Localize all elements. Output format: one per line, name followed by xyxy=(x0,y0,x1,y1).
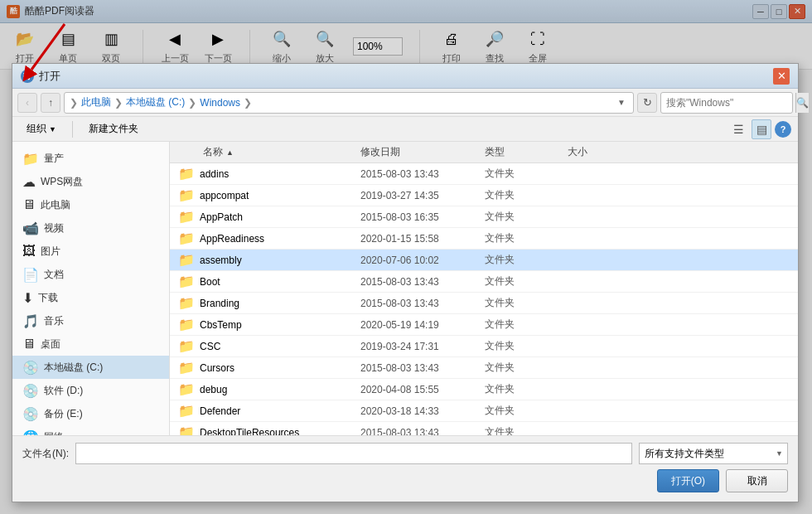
bc-c-drive[interactable]: 本地磁盘 (C:) xyxy=(126,95,185,109)
sidebar-icon-7: 🎵 xyxy=(22,313,39,329)
up-button[interactable]: ↑ xyxy=(41,93,60,113)
filename-input[interactable] xyxy=(75,443,632,464)
header-size[interactable]: 大小 xyxy=(568,145,634,159)
file-type-8: 文件夹 xyxy=(485,339,568,353)
folder-icon-6: 📁 xyxy=(178,295,195,311)
folder-icon-10: 📁 xyxy=(178,381,195,397)
file-open-dialog: 打 打开 ✕ ‹ ↑ ❯ 此电脑 ❯ 本地磁盘 (C:) ❯ Windows ❯… xyxy=(12,63,799,502)
search-box: 🔍 xyxy=(660,92,793,114)
sidebar-label-3: 视频 xyxy=(44,221,159,235)
sort-arrow: ▲ xyxy=(226,148,234,157)
sidebar-label-1: WPS网盘 xyxy=(41,175,159,189)
sidebar-item-10[interactable]: 💿软件 (D:) xyxy=(12,379,169,402)
sidebar-icon-4: 🖼 xyxy=(22,244,36,259)
bc-this-pc[interactable]: 此电脑 xyxy=(81,95,111,109)
sidebar-label-7: 音乐 xyxy=(44,314,159,328)
sidebar: 📁量产☁WPS网盘🖥此电脑📹视频🖼图片📄文档⬇下载🎵音乐🖥桌面💿本地磁盘 (C:… xyxy=(12,142,170,435)
toolbar-sep xyxy=(72,121,73,138)
dialog-title-bar: 打 打开 ✕ xyxy=(12,64,798,89)
folder-icon-5: 📁 xyxy=(178,274,195,289)
folder-icon-0: 📁 xyxy=(178,166,195,182)
file-type-9: 文件夹 xyxy=(485,361,568,375)
back-button[interactable]: ‹ xyxy=(17,93,37,113)
view-details-button[interactable]: ▤ xyxy=(752,119,771,139)
table-row[interactable]: 📁 Cursors 2015-08-03 13:43 文件夹 xyxy=(170,357,798,379)
file-rows-container: 📁 addins 2015-08-03 13:43 文件夹 📁 appcompa… xyxy=(170,163,798,435)
file-name-10: 📁 debug xyxy=(170,381,360,397)
filetype-dropdown-wrap: 所有支持文件类型 xyxy=(639,443,788,464)
sidebar-item-12[interactable]: 🌐网络 xyxy=(12,425,169,435)
bc-windows[interactable]: Windows xyxy=(200,97,240,109)
file-type-3: 文件夹 xyxy=(485,231,568,245)
bc-sep-3: ❯ xyxy=(244,97,252,109)
table-row[interactable]: 📁 Branding 2015-08-03 13:43 文件夹 xyxy=(170,293,798,314)
table-row[interactable]: 📁 DesktopTileResources 2015-08-03 13:43 … xyxy=(170,422,798,435)
table-row[interactable]: 📁 AppPatch 2015-08-03 16:35 文件夹 xyxy=(170,206,798,228)
sidebar-item-2[interactable]: 🖥此电脑 xyxy=(12,193,169,216)
table-row[interactable]: 📁 CbsTemp 2020-05-19 14:19 文件夹 xyxy=(170,314,798,336)
open-button[interactable]: 打开(O) xyxy=(657,469,719,492)
header-name[interactable]: 名称 ▲ xyxy=(170,145,360,159)
header-type[interactable]: 类型 xyxy=(485,145,568,159)
header-date[interactable]: 修改日期 xyxy=(360,145,485,159)
file-date-0: 2015-08-03 13:43 xyxy=(360,168,485,180)
table-row[interactable]: 📁 Boot 2015-08-03 13:43 文件夹 xyxy=(170,271,798,293)
table-row[interactable]: 📁 addins 2015-08-03 13:43 文件夹 xyxy=(170,163,798,185)
file-name-11: 📁 Defender xyxy=(170,403,360,419)
sidebar-label-10: 软件 (D:) xyxy=(44,384,159,398)
sidebar-icon-0: 📁 xyxy=(22,151,39,167)
dialog-toolbar: 组织 ▼ 新建文件夹 ☰ ▤ ? xyxy=(12,117,798,142)
folder-icon-1: 📁 xyxy=(178,187,195,203)
table-row[interactable]: 📁 CSC 2019-03-24 17:31 文件夹 xyxy=(170,336,798,357)
sidebar-item-5[interactable]: 📄文档 xyxy=(12,263,169,286)
file-name-4: 📁 assembly xyxy=(170,252,360,268)
sidebar-item-6[interactable]: ⬇下载 xyxy=(12,286,169,309)
sidebar-icon-12: 🌐 xyxy=(22,429,39,436)
dialog-title-text: 打开 xyxy=(39,69,773,84)
sidebar-label-0: 量产 xyxy=(44,152,159,166)
sidebar-item-0[interactable]: 📁量产 xyxy=(12,147,169,170)
search-input[interactable] xyxy=(661,97,795,109)
sidebar-icon-10: 💿 xyxy=(22,383,39,399)
view-controls: ☰ ▤ ? xyxy=(728,119,791,139)
dialog-close-button[interactable]: ✕ xyxy=(773,68,790,85)
file-date-7: 2020-05-19 14:19 xyxy=(360,319,485,331)
file-type-10: 文件夹 xyxy=(485,382,568,396)
cancel-button[interactable]: 取消 xyxy=(726,469,788,492)
filetype-select[interactable]: 所有支持文件类型 xyxy=(639,443,788,464)
sidebar-item-9[interactable]: 💿本地磁盘 (C:) xyxy=(12,356,169,379)
refresh-button[interactable]: ↻ xyxy=(637,93,657,113)
sidebar-item-8[interactable]: 🖥桌面 xyxy=(12,332,169,356)
sidebar-item-7[interactable]: 🎵音乐 xyxy=(12,309,169,332)
sidebar-item-1[interactable]: ☁WPS网盘 xyxy=(12,170,169,193)
file-date-1: 2019-03-27 14:35 xyxy=(360,190,485,201)
sidebar-icon-11: 💿 xyxy=(22,406,39,422)
breadcrumb-dropdown[interactable]: ▼ xyxy=(615,96,628,109)
folder-icon-9: 📁 xyxy=(178,360,195,376)
search-button[interactable]: 🔍 xyxy=(795,93,809,113)
dialog-content: 📁量产☁WPS网盘🖥此电脑📹视频🖼图片📄文档⬇下载🎵音乐🖥桌面💿本地磁盘 (C:… xyxy=(12,142,798,435)
folder-icon-4: 📁 xyxy=(178,252,195,268)
file-name-5: 📁 Boot xyxy=(170,274,360,289)
sidebar-item-11[interactable]: 💿备份 (E:) xyxy=(12,402,169,425)
file-date-11: 2020-03-18 14:33 xyxy=(360,405,485,417)
table-row[interactable]: 📁 appcompat 2019-03-27 14:35 文件夹 xyxy=(170,185,798,206)
file-type-11: 文件夹 xyxy=(485,404,568,418)
table-row[interactable]: 📁 debug 2020-04-08 15:55 文件夹 xyxy=(170,379,798,400)
table-row[interactable]: 📁 Defender 2020-03-18 14:33 文件夹 xyxy=(170,400,798,422)
sidebar-icon-1: ☁ xyxy=(22,174,36,190)
help-button[interactable]: ? xyxy=(775,121,791,138)
new-folder-button[interactable]: 新建文件夹 xyxy=(81,119,146,139)
file-date-8: 2019-03-24 17:31 xyxy=(360,341,485,352)
file-name-3: 📁 AppReadiness xyxy=(170,230,360,246)
table-row[interactable]: 📁 assembly 2020-07-06 10:02 文件夹 xyxy=(170,250,798,271)
breadcrumb[interactable]: ❯ 此电脑 ❯ 本地磁盘 (C:) ❯ Windows ❯ ▼ xyxy=(64,92,634,114)
organize-button[interactable]: 组织 ▼ xyxy=(19,119,64,139)
table-row[interactable]: 📁 AppReadiness 2020-01-15 15:58 文件夹 xyxy=(170,228,798,250)
file-type-1: 文件夹 xyxy=(485,188,568,202)
sidebar-item-4[interactable]: 🖼图片 xyxy=(12,240,169,263)
file-name-6: 📁 Branding xyxy=(170,295,360,311)
view-list-button[interactable]: ☰ xyxy=(728,119,748,139)
sidebar-label-8: 桌面 xyxy=(41,337,159,352)
sidebar-item-3[interactable]: 📹视频 xyxy=(12,216,169,240)
